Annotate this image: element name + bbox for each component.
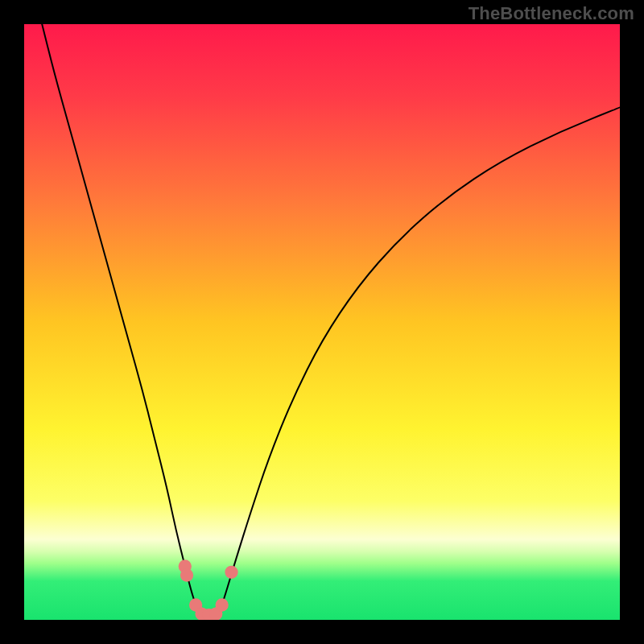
marker-point	[225, 566, 237, 579]
gradient-background	[24, 24, 620, 620]
bottleneck-chart	[24, 24, 620, 620]
marker-point	[216, 598, 229, 611]
plot-area	[24, 24, 620, 620]
marker-point	[180, 568, 193, 581]
watermark-text: TheBottleneck.com	[469, 3, 634, 24]
chart-container: TheBottleneck.com	[0, 0, 644, 644]
